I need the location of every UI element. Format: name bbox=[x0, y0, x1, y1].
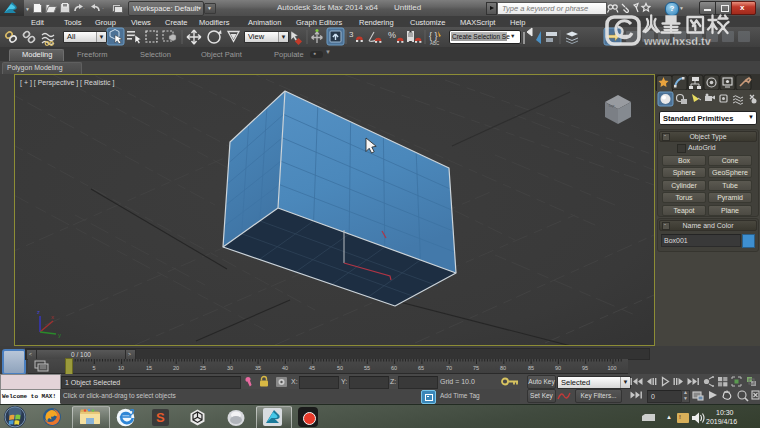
svg-text:45: 45 bbox=[309, 365, 315, 371]
svg-text:55: 55 bbox=[364, 365, 370, 371]
svg-text:35: 35 bbox=[255, 365, 261, 371]
svg-text:ABC: ABC bbox=[430, 41, 440, 46]
svg-text:85: 85 bbox=[528, 365, 534, 371]
svg-text:{ }: { } bbox=[429, 31, 438, 41]
svg-text:10: 10 bbox=[118, 365, 124, 371]
svg-text:25: 25 bbox=[200, 365, 206, 371]
svg-text:z: z bbox=[37, 309, 40, 315]
svg-text:65: 65 bbox=[418, 365, 424, 371]
svg-text:5: 5 bbox=[92, 365, 95, 371]
svg-text:·: · bbox=[102, 5, 104, 11]
svg-text:y: y bbox=[58, 332, 61, 338]
svg-text:15: 15 bbox=[146, 365, 152, 371]
svg-text:50: 50 bbox=[337, 365, 343, 371]
svg-text:20: 20 bbox=[173, 365, 179, 371]
svg-text:%: % bbox=[388, 30, 396, 40]
svg-text:70: 70 bbox=[446, 365, 452, 371]
svg-text:100: 100 bbox=[607, 365, 616, 371]
svg-text:40: 40 bbox=[282, 365, 288, 371]
svg-text:90: 90 bbox=[555, 365, 561, 371]
svg-text:3: 3 bbox=[349, 30, 354, 39]
svg-text:75: 75 bbox=[473, 365, 479, 371]
svg-text:80: 80 bbox=[500, 365, 506, 371]
svg-text:x: x bbox=[51, 314, 54, 320]
svg-text:95: 95 bbox=[582, 365, 588, 371]
svg-text:·: · bbox=[83, 5, 85, 11]
svg-text:Top: Top bbox=[608, 103, 615, 108]
svg-text:30: 30 bbox=[227, 365, 233, 371]
svg-text:60: 60 bbox=[391, 365, 397, 371]
